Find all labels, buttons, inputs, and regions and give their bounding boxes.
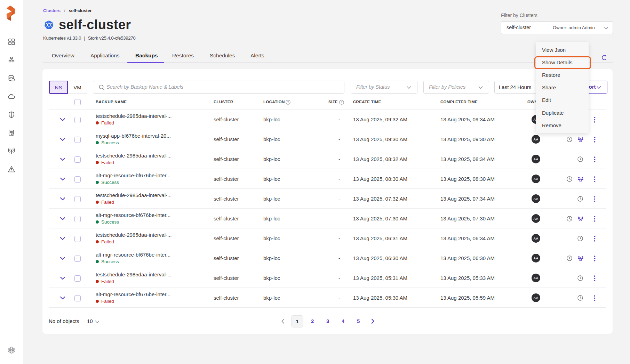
svg-text:?: ? xyxy=(341,100,343,104)
svg-text:?: ? xyxy=(287,100,289,104)
